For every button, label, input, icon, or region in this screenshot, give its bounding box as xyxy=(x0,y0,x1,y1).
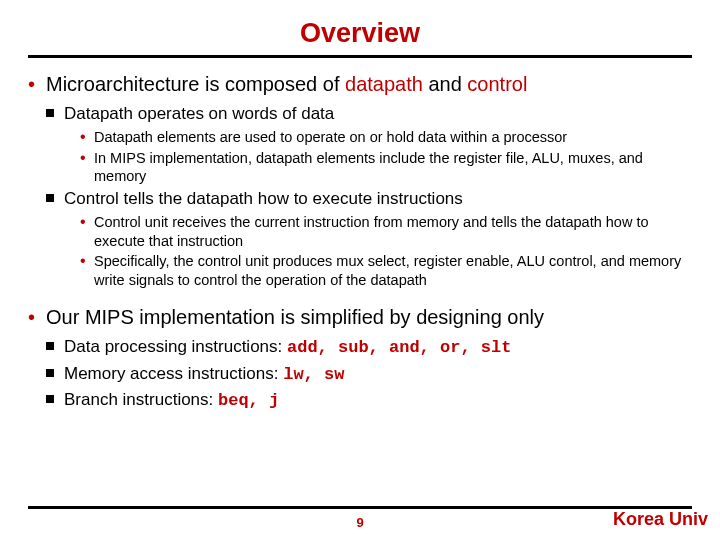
horizontal-rule-bottom xyxy=(28,506,692,509)
horizontal-rule-top xyxy=(28,55,692,58)
code-instructions: lw, sw xyxy=(283,365,344,384)
bullet-level3: In MIPS implementation, datapath element… xyxy=(80,149,692,186)
bullet-level1: Microarchitecture is composed of datapat… xyxy=(28,72,692,97)
bullet-level2: Data processing instructions: add, sub, … xyxy=(46,336,692,358)
page-number: 9 xyxy=(28,515,692,530)
text: Data processing instructions: xyxy=(64,337,287,356)
bullet-level3: Control unit receives the current instru… xyxy=(80,213,692,250)
text: Memory access instructions: xyxy=(64,364,283,383)
text: and xyxy=(423,73,467,95)
text: Microarchitecture is composed of xyxy=(46,73,345,95)
bullet-level3: Datapath elements are used to operate on… xyxy=(80,128,692,147)
bullet-level3: Specifically, the control unit produces … xyxy=(80,252,692,289)
bullet-level2: Datapath operates on words of data xyxy=(46,103,692,124)
bullet-level1: Our MIPS implementation is simplified by… xyxy=(28,305,692,330)
highlight-control: control xyxy=(467,73,527,95)
text: Branch instructions: xyxy=(64,390,218,409)
slide: Overview Microarchitecture is composed o… xyxy=(0,0,720,411)
spacer xyxy=(28,291,692,301)
bullet-level2: Branch instructions: beq, j xyxy=(46,389,692,411)
brand-label: Korea Univ xyxy=(613,509,708,530)
code-instructions: add, sub, and, or, slt xyxy=(287,338,511,357)
footer: 9 xyxy=(28,496,692,530)
highlight-datapath: datapath xyxy=(345,73,423,95)
bullet-level2: Control tells the datapath how to execut… xyxy=(46,188,692,209)
code-instructions: beq, j xyxy=(218,391,279,410)
slide-title: Overview xyxy=(28,18,692,49)
bullet-level2: Memory access instructions: lw, sw xyxy=(46,363,692,385)
